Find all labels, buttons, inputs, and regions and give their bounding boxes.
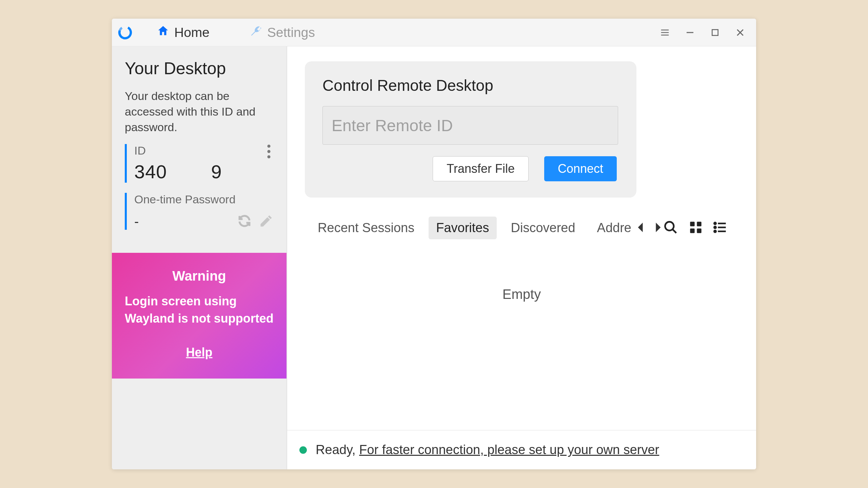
svg-rect-6 xyxy=(712,29,718,35)
tab-recent-sessions[interactable]: Recent Sessions xyxy=(310,217,422,239)
status-text: Ready, For faster connection, please set… xyxy=(316,443,659,457)
sidebar-title: Your Desktop xyxy=(125,59,274,78)
svg-point-10 xyxy=(268,150,271,153)
svg-line-15 xyxy=(673,229,676,233)
search-icon[interactable] xyxy=(663,220,678,236)
svg-point-9 xyxy=(268,145,271,148)
svg-rect-16 xyxy=(690,222,694,226)
tab-home-label: Home xyxy=(174,25,210,40)
panel-title: Control Remote Desktop xyxy=(322,76,619,95)
tab-address[interactable]: Addre xyxy=(590,217,633,239)
svg-point-25 xyxy=(714,230,716,232)
svg-point-11 xyxy=(268,155,271,158)
list-view-icon[interactable] xyxy=(713,221,727,236)
tab-favorites[interactable]: Favorites xyxy=(429,217,496,239)
status-server-link[interactable]: For faster connection, please set up you… xyxy=(359,443,659,457)
statusbar: Ready, For faster connection, please set… xyxy=(287,430,756,469)
status-indicator-icon xyxy=(299,446,307,454)
sessions-tabs: Recent Sessions Favorites Discovered Add… xyxy=(310,217,633,239)
titlebar: Home Settings xyxy=(112,19,756,46)
wrench-icon xyxy=(250,24,262,40)
id-value: 3409 xyxy=(134,161,274,183)
svg-rect-18 xyxy=(690,228,694,233)
grid-view-icon[interactable] xyxy=(689,221,703,236)
warning-help-link[interactable]: Help xyxy=(125,345,274,360)
id-label: ID xyxy=(134,144,146,157)
svg-point-23 xyxy=(714,222,716,224)
warning-title: Warning xyxy=(125,268,274,284)
edit-icon[interactable] xyxy=(259,214,274,230)
sessions-list-empty: Empty xyxy=(287,239,756,430)
warning-body: Login screen using Wayland is not suppor… xyxy=(125,292,274,327)
tab-settings[interactable]: Settings xyxy=(239,19,325,46)
app-logo-icon xyxy=(118,25,132,40)
svg-point-24 xyxy=(714,226,716,228)
password-label: One-time Password xyxy=(134,193,274,206)
sidebar: Your Desktop Your desktop can be accesse… xyxy=(112,46,287,469)
connect-button[interactable]: Connect xyxy=(544,156,617,181)
tab-discovered[interactable]: Discovered xyxy=(504,217,583,239)
svg-point-14 xyxy=(665,222,674,230)
refresh-icon[interactable] xyxy=(237,214,252,230)
remote-id-input[interactable] xyxy=(322,106,618,145)
empty-text: Empty xyxy=(502,287,541,302)
maximize-icon[interactable] xyxy=(709,27,721,38)
control-panel: Control Remote Desktop Transfer File Con… xyxy=(305,61,636,198)
svg-rect-17 xyxy=(697,222,701,226)
window-controls xyxy=(659,27,752,38)
svg-marker-13 xyxy=(656,223,660,232)
password-block: One-time Password - xyxy=(125,193,274,230)
hamburger-icon[interactable] xyxy=(659,27,671,38)
sessions-tabs-row: Recent Sessions Favorites Discovered Add… xyxy=(305,198,738,239)
tab-settings-label: Settings xyxy=(267,25,315,40)
tabs-scroll-left-icon[interactable] xyxy=(635,221,646,236)
id-block: ID 3409 xyxy=(125,144,274,183)
home-icon xyxy=(157,24,170,40)
password-value: - xyxy=(134,214,139,229)
tab-home[interactable]: Home xyxy=(146,19,220,46)
kebab-icon[interactable] xyxy=(264,144,274,160)
close-icon[interactable] xyxy=(734,27,746,38)
app-window: Home Settings Your Des xyxy=(112,19,756,469)
main-content: Control Remote Desktop Transfer File Con… xyxy=(287,46,756,469)
svg-rect-19 xyxy=(697,228,701,233)
svg-marker-12 xyxy=(638,223,643,232)
warning-banner: Warning Login screen using Wayland is no… xyxy=(112,253,287,379)
minimize-icon[interactable] xyxy=(684,27,696,38)
transfer-file-button[interactable]: Transfer File xyxy=(433,156,529,181)
sidebar-description: Your desktop can be accessed with this I… xyxy=(125,88,274,135)
tabs-scroll-right-icon[interactable] xyxy=(652,221,663,236)
